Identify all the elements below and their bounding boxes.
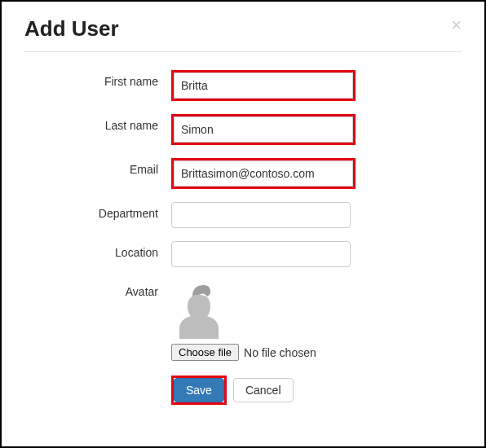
email-field[interactable] [174, 160, 353, 187]
row-location: Location [24, 241, 462, 267]
highlight-last-name [171, 114, 356, 145]
highlight-first-name [171, 70, 356, 101]
row-avatar: Avatar Choose file No file chosen [24, 280, 462, 361]
label-last-name: Last name [24, 114, 171, 132]
first-name-field[interactable] [174, 72, 353, 99]
highlight-email [171, 158, 356, 189]
last-name-field[interactable] [174, 116, 353, 143]
row-department: Department [24, 202, 462, 228]
close-icon[interactable]: × [451, 16, 462, 34]
label-department: Department [24, 202, 171, 220]
save-button[interactable]: Save [174, 378, 224, 402]
cancel-button[interactable]: Cancel [233, 378, 294, 402]
file-row: Choose file No file chosen [171, 344, 316, 361]
add-user-form: First name Last name Email [24, 70, 462, 405]
highlight-save: Save [171, 376, 227, 405]
add-user-modal: Add User × First name Last name Email [2, 2, 484, 421]
actions-row: Save Cancel [24, 376, 462, 405]
modal-header: Add User × [24, 16, 462, 52]
label-first-name: First name [24, 70, 171, 88]
label-location: Location [24, 241, 171, 259]
location-field[interactable] [171, 241, 351, 267]
row-first-name: First name [24, 70, 462, 101]
modal-title: Add User [24, 16, 119, 42]
row-email: Email [24, 158, 462, 189]
choose-file-button[interactable]: Choose file [171, 344, 239, 361]
avatar-placeholder-icon [171, 280, 227, 339]
department-field[interactable] [171, 202, 351, 228]
file-status-text: No file chosen [244, 346, 316, 359]
row-last-name: Last name [24, 114, 462, 145]
label-email: Email [24, 158, 171, 176]
label-avatar: Avatar [24, 280, 171, 298]
